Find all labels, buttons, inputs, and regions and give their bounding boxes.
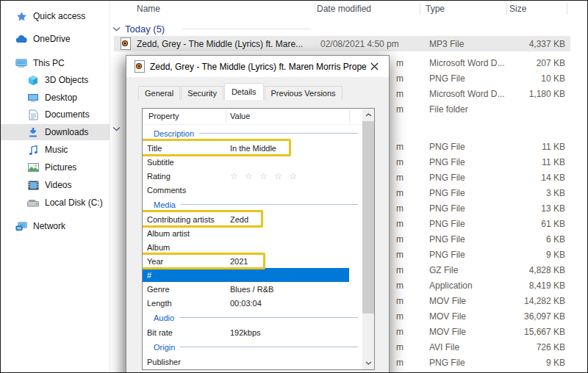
file-date-fragment: m <box>396 358 405 368</box>
property-label: Comments <box>147 186 186 195</box>
property-row-rating[interactable]: Rating☆ ☆ ☆ ☆ ☆ <box>143 169 362 183</box>
mp3-file-icon <box>121 37 131 50</box>
sidebar-item-label: Videos <box>45 180 71 190</box>
scrollbar-thumb[interactable] <box>362 121 374 314</box>
property-row-comments[interactable]: Comments <box>143 183 362 197</box>
group-header-rule <box>182 29 311 29</box>
tab-security[interactable]: Security <box>181 86 223 100</box>
file-date-fragment: m <box>396 89 405 99</box>
property-value: 00:03:04 <box>230 299 262 308</box>
scroll-down-icon[interactable] <box>362 357 374 369</box>
column-header-size[interactable]: Size <box>509 1 561 17</box>
group-header-hidden[interactable] <box>112 121 121 136</box>
sidebar-item-network[interactable]: Network <box>1 218 110 234</box>
property-row-album-artist[interactable]: Album artist <box>143 226 362 240</box>
tab-general[interactable]: General <box>138 86 180 100</box>
file-row[interactable]: Zedd, Grey - The Middle (Lyrics) ft. Mar… <box>114 36 570 51</box>
column-header-name[interactable]: Name <box>137 1 313 17</box>
download-icon <box>27 126 39 138</box>
sidebar-item-label: Pictures <box>45 162 76 173</box>
property-column-header[interactable]: Property <box>148 112 179 120</box>
property-value: In the Middle <box>230 144 276 153</box>
close-icon[interactable] <box>363 56 385 77</box>
details-scrollbar[interactable] <box>362 109 374 369</box>
column-divider[interactable] <box>506 3 507 15</box>
column-header-date-modified[interactable]: Date modified <box>317 1 412 17</box>
property-row-bit-rate[interactable]: Bit rate192kbps <box>143 325 362 339</box>
column-divider[interactable] <box>420 3 420 15</box>
section-rule <box>180 347 358 347</box>
property-row-album[interactable]: Album <box>143 240 362 254</box>
sidebar-item-quick-access[interactable]: Quick access <box>1 8 110 24</box>
sidebar-item-music[interactable]: Music <box>1 142 110 158</box>
section-name: Description <box>154 129 194 138</box>
property-label: Album artist <box>147 229 190 238</box>
file-size: 61 KB <box>506 219 565 229</box>
sidebar-item-pictures[interactable]: Pictures <box>1 159 110 175</box>
sidebar-item-3d-objects[interactable]: 3D Objects <box>1 72 110 88</box>
file-date-fragment: m <box>396 173 405 183</box>
property-row-[interactable]: # <box>143 268 349 282</box>
property-row-length[interactable]: Length00:03:04 <box>143 296 362 310</box>
property-value: 192kbps <box>230 328 261 337</box>
property-row-year[interactable]: Year2021 <box>143 254 362 268</box>
file-type: MP3 File <box>429 39 506 49</box>
sidebar-item-local-disk-c[interactable]: Local Disk (C:) <box>1 195 110 211</box>
details-rows: DescriptionTitleIn the MiddleSubtitleRat… <box>143 126 362 369</box>
section-header-origin: Origin <box>143 339 362 355</box>
file-size: 6 KB <box>506 234 565 245</box>
sidebar-item-label: 3D Objects <box>45 75 88 85</box>
value-column-header[interactable]: Value <box>230 112 250 120</box>
file-size: 3 KB <box>506 188 565 198</box>
sidebar-item-desktop[interactable]: Desktop <box>1 90 110 106</box>
file-date-fragment: m <box>396 311 405 322</box>
file-type: PNG File <box>429 188 506 198</box>
file-type: PNG File <box>429 219 506 229</box>
property-row-subtitle[interactable]: Subtitle <box>143 155 362 169</box>
file-type: Microsoft Word D... <box>429 89 506 99</box>
file-type: Application <box>429 280 506 291</box>
file-type: PNG File <box>429 157 506 167</box>
property-value: Blues / R&B <box>230 285 273 294</box>
rating-stars[interactable]: ☆ ☆ ☆ ☆ ☆ <box>230 171 299 181</box>
tab-previous-versions[interactable]: Previous Versions <box>265 86 343 100</box>
scroll-up-icon[interactable] <box>362 109 374 121</box>
property-row-publisher[interactable]: Publisher <box>143 355 362 369</box>
tab-details[interactable]: Details <box>224 83 264 100</box>
column-divider[interactable] <box>315 3 315 15</box>
section-name: Origin <box>154 343 175 352</box>
sidebar-item-this-pc[interactable]: This PC <box>1 55 110 71</box>
sidebar-item-documents[interactable]: Documents <box>1 106 110 123</box>
property-label: Album <box>147 243 170 252</box>
file-date-fragment: m <box>396 234 405 245</box>
sidebar-item-downloads[interactable]: Downloads <box>1 124 110 140</box>
file-date-fragment: m <box>396 265 405 275</box>
property-label: Contributing artists <box>147 215 215 224</box>
sidebar-item-onedrive[interactable]: OneDrive <box>1 31 110 47</box>
file-name: Zedd, Grey - The Middle (Lyrics) ft. Mar… <box>137 39 303 49</box>
dialog-title: Zedd, Grey - The Middle (Lyrics) ft. Mar… <box>150 62 367 72</box>
file-type: Microsoft Word D... <box>429 58 506 68</box>
group-header-today-5[interactable]: Today (5) <box>112 21 165 36</box>
music-icon <box>27 144 39 156</box>
file-type: GZ File <box>429 265 506 275</box>
column-divider[interactable] <box>567 3 567 15</box>
file-type: PNG File <box>429 73 506 84</box>
sidebar-item-label: Local Disk (C:) <box>45 198 103 208</box>
property-row-genre[interactable]: GenreBlues / R&B <box>143 282 362 296</box>
file-type: PNG File <box>429 250 506 260</box>
section-rule <box>179 317 358 318</box>
dialog-title-bar: Zedd, Grey - The Middle (Lyrics) ft. Mar… <box>126 56 389 77</box>
property-row-contributing-artists[interactable]: Contributing artistsZedd <box>143 212 362 226</box>
file-date-fragment: m <box>396 157 405 167</box>
property-row-title[interactable]: TitleIn the Middle <box>143 141 362 155</box>
file-size: 14,282 KB <box>506 296 565 306</box>
column-header-type[interactable]: Type <box>426 1 499 17</box>
section-name: Media <box>154 200 176 209</box>
chevron-down-icon[interactable] <box>112 126 121 131</box>
sidebar-item-videos[interactable]: Videos <box>1 177 110 193</box>
file-size: 11 KB <box>506 142 565 152</box>
navigation-pane: Quick accessOneDriveThis PC3D ObjectsDes… <box>1 1 110 372</box>
file-type: AVI File <box>429 342 506 352</box>
chevron-down-icon[interactable] <box>112 26 121 32</box>
